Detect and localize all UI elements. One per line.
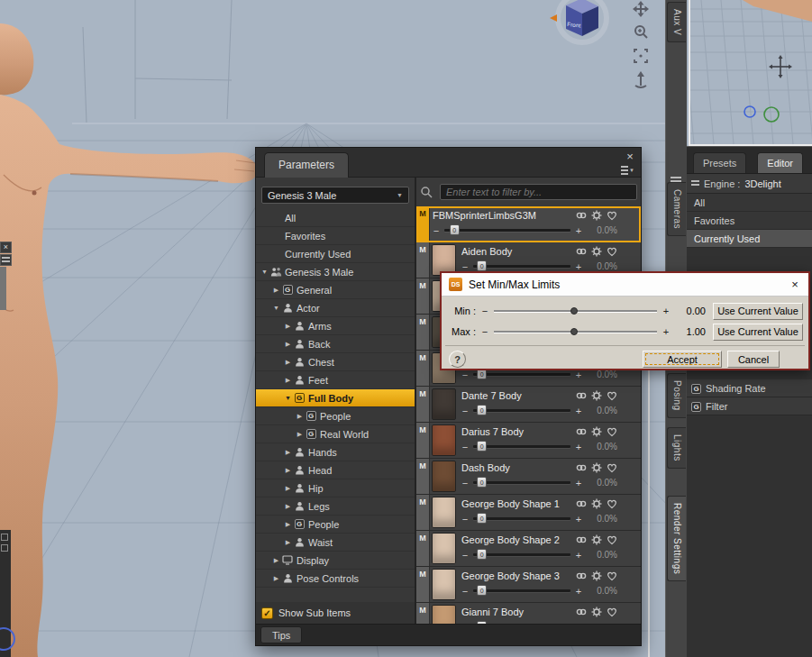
link-icon[interactable] — [576, 462, 587, 473]
tree-item[interactable]: ▶ G Real World — [256, 425, 415, 443]
gear-icon[interactable] — [591, 390, 602, 401]
aux-viewport[interactable] — [689, 0, 812, 146]
min-slider-track[interactable] — [494, 310, 657, 312]
favorite-heart-icon[interactable] — [607, 426, 617, 437]
expand-arrow-icon[interactable]: ▶ — [295, 431, 305, 438]
gear-icon[interactable] — [591, 607, 602, 617]
slider-decrement-button[interactable]: − — [461, 549, 469, 561]
tree-item[interactable]: ▶ Pose Controls — [256, 570, 415, 588]
figure-selector-dropdown[interactable]: Genesis 3 Male ▼ — [261, 187, 409, 204]
slider-track[interactable]: 0 — [473, 373, 570, 376]
gear-icon[interactable] — [591, 534, 602, 545]
editor-list-item[interactable]: Favorites — [687, 212, 812, 230]
favorite-heart-icon[interactable] — [607, 570, 617, 581]
dialog-close-icon[interactable]: × — [789, 278, 801, 291]
tree-item[interactable]: ▶ Hands — [256, 443, 415, 461]
toolbar-icon[interactable] — [1, 534, 8, 541]
slider-increment-button[interactable]: + — [575, 549, 582, 561]
slider-track[interactable]: 0 — [473, 517, 570, 520]
editor-list-item[interactable]: All — [687, 194, 812, 212]
parameter-row[interactable]: M Dante 7 Body — [416, 387, 641, 423]
frame-icon[interactable] — [634, 50, 647, 62]
link-icon[interactable] — [576, 210, 587, 221]
tree-item[interactable]: ▶ Chest — [256, 353, 415, 371]
parameter-row[interactable]: M Darius 7 Body — [416, 423, 641, 459]
expand-arrow-icon[interactable]: ▶ — [283, 503, 293, 510]
human-figure-model[interactable] — [0, 0, 270, 657]
gear-icon[interactable] — [591, 210, 602, 221]
slider-decrement-button[interactable]: − — [461, 513, 469, 525]
zoom-icon[interactable] — [635, 26, 647, 38]
slider-increment-button[interactable]: + — [575, 585, 582, 598]
link-icon[interactable] — [576, 607, 587, 617]
gear-icon[interactable] — [591, 570, 602, 581]
side-dock-tab[interactable]: Aux V — [667, 2, 686, 42]
tree-item[interactable]: ▶ G General — [256, 281, 415, 299]
expand-arrow-icon[interactable]: ▼ — [271, 305, 281, 311]
tree-item[interactable]: ▶ Legs — [256, 497, 415, 516]
use-current-value-max-button[interactable]: Use Current Value — [713, 324, 803, 341]
favorite-heart-icon[interactable] — [607, 534, 617, 545]
expand-arrow-icon[interactable]: ▶ — [283, 377, 293, 384]
slider-handle[interactable]: 0 — [477, 260, 487, 271]
max-slider-track[interactable] — [494, 331, 657, 333]
aux-scene-object[interactable] — [743, 0, 812, 22]
tree-item[interactable]: ▶ G People — [256, 407, 415, 425]
slider-track[interactable]: 0 — [473, 409, 570, 412]
expand-arrow-icon[interactable]: ▶ — [283, 521, 293, 528]
min-slider-handle[interactable] — [570, 307, 578, 315]
tree-item[interactable]: ▼ Actor — [256, 299, 415, 317]
help-button[interactable]: ? — [449, 351, 466, 368]
parameter-row[interactable]: M Dash Body — [416, 459, 641, 495]
render-settings-group-row[interactable]: G Filter — [687, 397, 812, 415]
tree-item[interactable]: Currently Used — [256, 245, 415, 263]
cancel-button[interactable]: Cancel — [727, 351, 780, 368]
expand-arrow-icon[interactable]: ▶ — [271, 287, 281, 294]
max-increment-button[interactable]: + — [662, 326, 670, 337]
favorite-heart-icon[interactable] — [607, 246, 617, 257]
close-pane-button[interactable]: × — [0, 242, 12, 253]
editor-list-item[interactable]: Currently Used — [687, 230, 812, 248]
expand-arrow-icon[interactable]: ▼ — [260, 269, 269, 275]
use-current-value-min-button[interactable]: Use Current Value — [713, 303, 803, 320]
slider-increment-button[interactable]: + — [575, 441, 582, 453]
pane-menu-icon[interactable] — [0, 254, 12, 266]
close-icon[interactable]: × — [624, 150, 636, 163]
parameter-row[interactable]: M George Body Shape 1 — [416, 495, 641, 531]
expand-arrow-icon[interactable]: ▶ — [283, 539, 293, 546]
favorite-heart-icon[interactable] — [607, 462, 617, 473]
tips-tab[interactable]: Tips — [260, 626, 302, 643]
expand-arrow-icon[interactable]: ▶ — [283, 359, 293, 366]
link-icon[interactable] — [576, 246, 587, 257]
gear-icon[interactable] — [591, 498, 602, 509]
expand-arrow-icon[interactable]: ▶ — [295, 413, 305, 420]
engine-value[interactable]: 3Delight — [744, 178, 780, 189]
pane-splitter[interactable] — [648, 357, 650, 657]
max-slider-handle[interactable] — [570, 328, 578, 335]
min-decrement-button[interactable]: − — [481, 306, 488, 316]
tree-item[interactable]: Favorites — [256, 227, 415, 245]
home-icon[interactable] — [635, 71, 646, 87]
min-value[interactable]: 0.00 — [670, 306, 706, 316]
link-icon[interactable] — [576, 570, 587, 581]
parameter-row[interactable]: M George Body Shape 3 — [416, 567, 641, 603]
tree-item[interactable]: ▶ Hip — [256, 479, 415, 497]
slider-track[interactable]: 0 — [473, 481, 570, 484]
parameter-row[interactable]: M George Body Shape 2 — [416, 531, 641, 567]
slider-handle[interactable]: 0 — [477, 585, 487, 596]
max-value[interactable]: 1.00 — [670, 326, 706, 337]
slider-increment-button[interactable]: + — [575, 513, 582, 525]
favorite-heart-icon[interactable] — [607, 607, 617, 617]
tree-item[interactable]: ▶ Waist — [256, 534, 415, 552]
accept-button[interactable]: Accept — [643, 351, 722, 368]
side-dock-tab[interactable]: Cameras — [667, 182, 686, 236]
expand-arrow-icon[interactable]: ▶ — [283, 323, 293, 330]
slider-decrement-button[interactable]: − — [461, 585, 469, 598]
favorite-heart-icon[interactable] — [607, 390, 617, 401]
render-settings-group-row[interactable]: G Shading Rate — [687, 379, 812, 397]
slider-handle[interactable]: 0 — [477, 549, 487, 560]
tree-item[interactable]: ▼ G Full Body — [256, 389, 415, 407]
slider-handle[interactable]: 0 — [450, 224, 460, 235]
expand-arrow-icon[interactable]: ▼ — [283, 395, 293, 401]
slider-increment-button[interactable]: + — [575, 224, 582, 237]
